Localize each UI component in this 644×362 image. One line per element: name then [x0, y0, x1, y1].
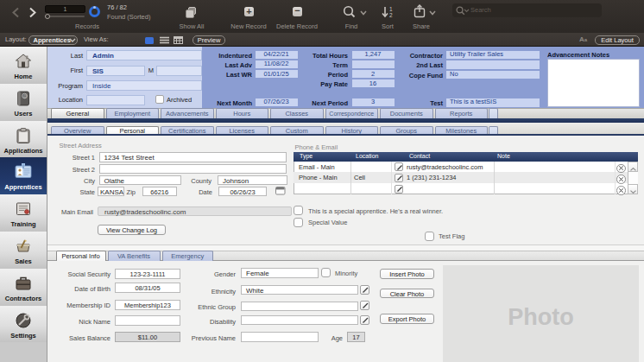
- svg-text:1: 1: [389, 6, 393, 12]
- svg-text:@: @: [23, 93, 28, 98]
- svg-text:2: 2: [389, 12, 393, 18]
